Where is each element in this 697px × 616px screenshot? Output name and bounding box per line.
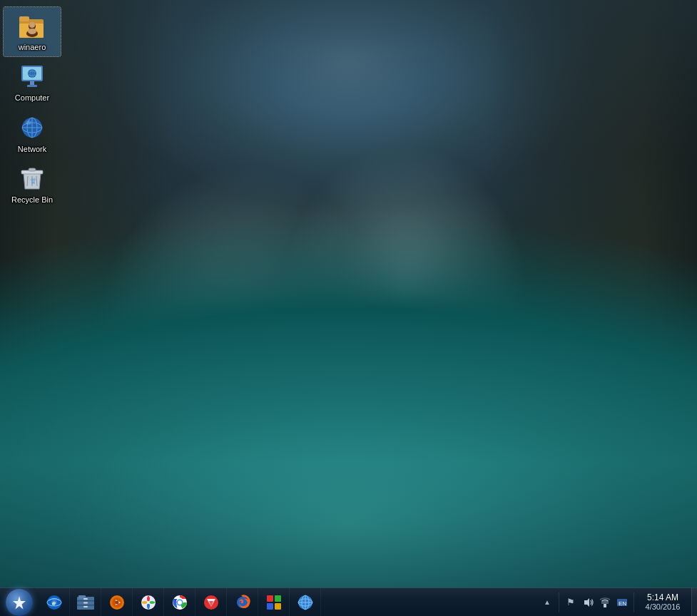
wallpaper [0,0,697,616]
svg-rect-10 [27,85,37,87]
desktop: winaero Computer [0,0,697,616]
svg-rect-36 [83,606,88,607]
svg-rect-59 [601,601,609,604]
svg-point-42 [147,601,150,604]
clock-separator [634,592,634,612]
taskbar-app9[interactable] [290,588,321,617]
svg-rect-34 [83,598,88,600]
svg-rect-49 [275,595,281,602]
desktop-icon-network[interactable]: Network [4,109,61,158]
network-tray-button[interactable] [598,588,612,617]
clock-area[interactable]: 5:14 AM 4/30/2016 [639,588,687,617]
ime-icon: EN [616,597,628,608]
recycle-bin-label: Recycle Bin [11,195,53,205]
taskbar-app8[interactable] [258,588,290,617]
filemanager-icon [76,594,95,611]
taskbar-ie[interactable]: e [39,588,70,617]
start-button[interactable] [0,588,39,617]
desktop-icon-computer[interactable]: Computer [4,58,61,107]
taskbar-filemanager[interactable] [70,588,101,617]
recycle-bin-icon [18,164,46,192]
svg-rect-22 [29,168,36,171]
svg-point-40 [115,600,118,604]
desktop-icon-recycle-bin[interactable]: Recycle Bin [4,160,61,209]
svg-point-45 [178,600,182,605]
taskbar-vivaldi[interactable] [195,588,227,617]
svg-marker-57 [584,598,589,607]
action-center-button[interactable]: ⚑ [564,588,578,617]
desktop-icon-winaero[interactable]: winaero [4,7,61,56]
taskbar-chrome[interactable] [164,588,195,617]
app8-icon [265,594,283,611]
svg-point-6 [28,29,36,34]
ime-button[interactable]: EN [615,588,629,617]
tray-expand-button[interactable]: ▲ [540,588,554,617]
svg-rect-48 [267,595,273,602]
start-orb [6,589,33,616]
computer-icon [18,62,46,91]
firefox-icon [234,594,251,611]
svg-rect-32 [77,600,94,602]
clock-time: 5:14 AM [647,592,678,602]
system-tray: ▲ ⚑ [536,588,691,617]
svg-rect-33 [77,605,94,606]
network-label: Network [18,144,46,154]
ie-icon: e [46,594,63,611]
taskbar-mediaplayer[interactable] [101,588,133,617]
computer-label: Computer [15,93,49,103]
taskbar-firefox[interactable] [227,588,258,617]
chrome-icon [171,594,188,611]
taskbar-items: e [39,588,536,617]
vivaldi-icon [203,594,220,611]
mediaplayer-icon [108,594,126,611]
volume-button[interactable] [581,588,595,617]
taskbar: e [0,587,697,616]
app4-icon [140,594,157,611]
winaero-label: winaero [19,42,46,52]
network-tray-icon [599,597,611,608]
tray-separator [559,592,559,612]
show-desktop-button[interactable] [691,588,697,617]
expand-icon: ▲ [544,598,551,606]
svg-point-20 [26,120,31,125]
svg-text:EN: EN [619,600,626,607]
winaero-icon [18,11,46,40]
svg-point-5 [29,22,35,28]
clock-date: 4/30/2016 [646,602,681,612]
taskbar-app4[interactable] [133,588,164,617]
app9-icon [297,594,314,611]
action-center-icon: ⚑ [566,597,575,607]
svg-text:e: e [52,600,56,607]
svg-rect-35 [83,602,88,603]
svg-rect-9 [30,81,34,85]
svg-rect-58 [604,604,606,607]
svg-rect-1 [19,16,29,21]
svg-rect-51 [275,603,281,610]
desktop-icons: winaero Computer [0,0,64,217]
volume-icon [582,597,594,608]
network-icon [18,113,46,142]
svg-rect-50 [267,603,273,610]
